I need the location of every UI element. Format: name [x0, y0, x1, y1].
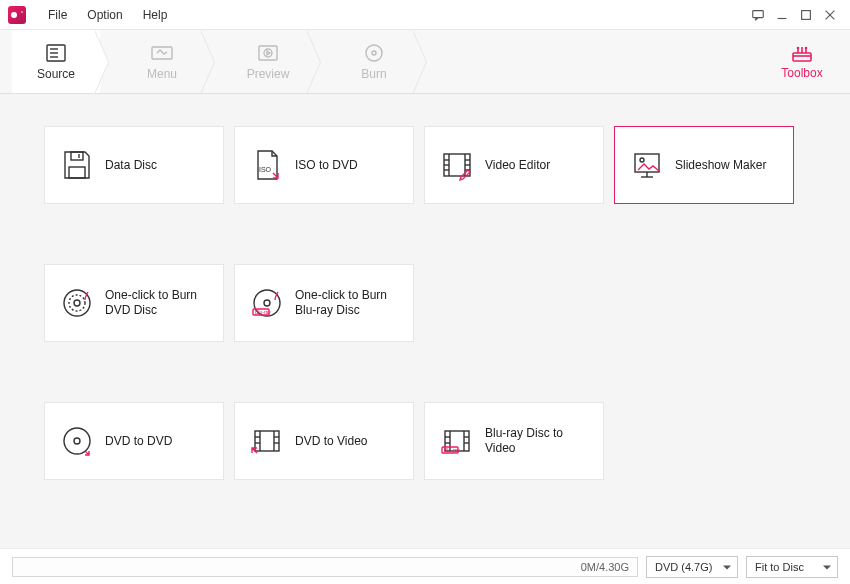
card-video-editor[interactable]: Video Editor [424, 126, 604, 204]
iso-icon: ISO [249, 147, 285, 183]
svg-text:ISO: ISO [259, 166, 272, 173]
card-slideshow-maker[interactable]: Slideshow Maker [614, 126, 794, 204]
disc-burn-icon [59, 285, 95, 321]
card-label: DVD to Video [295, 434, 368, 449]
card-iso-to-dvd[interactable]: ISO ISO to DVD [234, 126, 414, 204]
workflow-tabs: Source Menu Preview Burn Toolbox [0, 30, 850, 94]
svg-rect-21 [71, 152, 83, 160]
svg-point-46 [74, 438, 80, 444]
card-label: ISO to DVD [295, 158, 358, 173]
film-edit-icon [439, 147, 475, 183]
status-bar: 0M/4.30G DVD (4.7G) Fit to Disc [0, 548, 850, 584]
svg-point-45 [64, 428, 90, 454]
menu-file[interactable]: File [38, 4, 77, 26]
feedback-icon[interactable] [746, 3, 770, 27]
toolbox-icon [789, 43, 815, 63]
svg-rect-14 [793, 53, 811, 61]
close-button[interactable] [818, 3, 842, 27]
svg-point-42 [264, 300, 270, 306]
card-oneclick-burn-dvd[interactable]: One-click to Burn DVD Disc [44, 264, 224, 342]
svg-point-39 [74, 300, 80, 306]
film-export-icon [249, 423, 285, 459]
card-label: One-click to Burn Blu-ray Disc [295, 288, 403, 318]
tab-menu[interactable]: Menu [118, 30, 206, 93]
card-bluray-to-video[interactable]: Blu-ray Blu-ray Disc to Video [424, 402, 604, 480]
svg-point-12 [366, 45, 382, 61]
menu-option[interactable]: Option [77, 4, 132, 26]
slideshow-icon [629, 147, 665, 183]
fit-mode-value: Fit to Disc [755, 561, 804, 573]
maximize-button[interactable] [794, 3, 818, 27]
svg-text:Blu-ray: Blu-ray [444, 447, 460, 453]
floppy-icon [59, 147, 95, 183]
card-label: Slideshow Maker [675, 158, 766, 173]
capacity-bar: 0M/4.30G [12, 557, 638, 577]
card-label: Data Disc [105, 158, 157, 173]
bluray-export-icon: Blu-ray [439, 423, 475, 459]
svg-rect-0 [753, 10, 764, 17]
svg-rect-22 [69, 167, 85, 178]
card-dvd-to-video[interactable]: DVD to Video [234, 402, 414, 480]
tab-label: Toolbox [781, 66, 822, 80]
svg-rect-10 [259, 46, 277, 60]
tab-label: Source [37, 67, 75, 81]
tab-toolbox[interactable]: Toolbox [766, 30, 838, 93]
svg-point-35 [640, 158, 644, 162]
disc-type-select[interactable]: DVD (4.7G) [646, 556, 738, 578]
card-label: One-click to Burn DVD Disc [105, 288, 213, 318]
menu-help[interactable]: Help [133, 4, 178, 26]
minimize-button[interactable] [770, 3, 794, 27]
disc-type-value: DVD (4.7G) [655, 561, 712, 573]
toolbox-content: Data Disc ISO ISO to DVD Video Editor Sl… [0, 94, 850, 548]
svg-point-40 [69, 295, 85, 311]
fit-mode-select[interactable]: Fit to Disc [746, 556, 838, 578]
svg-point-38 [64, 290, 90, 316]
burn-icon [362, 43, 386, 63]
card-label: Video Editor [485, 158, 550, 173]
bluray-burn-icon: Blu-ray [249, 285, 285, 321]
capacity-text: 0M/4.30G [581, 561, 629, 573]
card-dvd-to-dvd[interactable]: DVD to DVD [44, 402, 224, 480]
svg-rect-9 [152, 47, 172, 59]
preview-icon [256, 43, 280, 63]
disc-copy-icon [59, 423, 95, 459]
tab-label: Menu [147, 67, 177, 81]
tab-label: Burn [361, 67, 386, 81]
card-label: Blu-ray Disc to Video [485, 426, 593, 456]
svg-rect-2 [802, 10, 811, 19]
app-logo [8, 6, 26, 24]
tab-preview[interactable]: Preview [224, 30, 312, 93]
svg-text:Blu-ray: Blu-ray [255, 309, 271, 315]
source-icon [44, 43, 68, 63]
card-label: DVD to DVD [105, 434, 172, 449]
svg-rect-47 [255, 431, 279, 451]
tab-source[interactable]: Source [12, 30, 100, 93]
tab-burn[interactable]: Burn [330, 30, 418, 93]
svg-point-13 [372, 51, 376, 55]
titlebar: File Option Help [0, 0, 850, 30]
menu-icon [150, 43, 174, 63]
card-oneclick-burn-bluray[interactable]: Blu-ray One-click to Burn Blu-ray Disc [234, 264, 414, 342]
tab-label: Preview [247, 67, 290, 81]
card-data-disc[interactable]: Data Disc [44, 126, 224, 204]
